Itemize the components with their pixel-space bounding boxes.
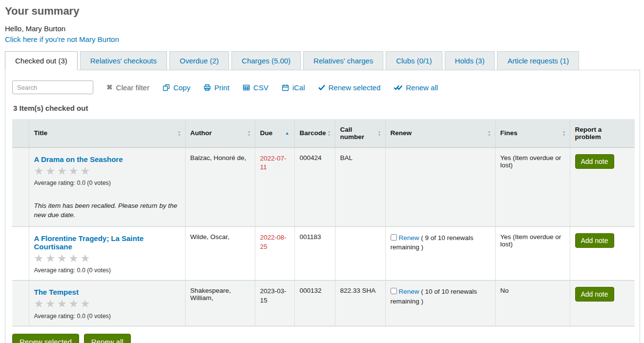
title-link[interactable]: A Florentine Tragedy; La Sainte Courtisa… — [34, 234, 180, 251]
tab-overdue[interactable]: Overdue (2) — [169, 51, 229, 70]
sort-icon: ▲▼ — [178, 129, 181, 137]
search-input[interactable] — [12, 81, 93, 94]
column-label: Fines — [500, 129, 518, 137]
renew-selected-label: Renew selected — [329, 83, 381, 92]
column-label: Report a problem — [575, 126, 602, 141]
column-header-title[interactable]: Title ▲▼ — [29, 119, 185, 147]
column-header-checkbox — [12, 119, 29, 147]
table-toolbar: ✖ Clear filter Copy — [12, 81, 633, 94]
sort-icon: ▲▼ — [248, 129, 251, 137]
title-cell: A Drama on the Seashore ★★★★★ Average ra… — [29, 147, 185, 226]
add-note-button[interactable]: Add note — [575, 233, 614, 248]
report-problem-cell: Add note — [570, 226, 635, 280]
title-link[interactable]: A Drama on the Seashore — [34, 155, 123, 163]
tab-relatives-checkouts[interactable]: Relatives' checkouts — [80, 51, 167, 70]
checkbox-cell — [12, 147, 29, 226]
renew-checkbox[interactable] — [391, 234, 397, 241]
due-date: 2023-03-15 — [260, 287, 287, 304]
due-cell: 2023-03-15 — [255, 281, 294, 326]
column-header-renew[interactable]: Renew ▲▼ — [385, 119, 495, 147]
due-cell: 2022-08-25 — [255, 226, 294, 280]
call-number-cell: BAL — [335, 147, 385, 226]
checked-out-panel: ✖ Clear filter Copy — [5, 70, 640, 343]
items-checked-out-heading: 3 Item(s) checked out — [13, 104, 633, 112]
barcode-cell: 001183 — [294, 226, 335, 280]
renew-cell: Renew ( 9 of 10 renewals remaining ) — [385, 226, 495, 280]
author-cell: Shakespeare, William, — [185, 281, 255, 326]
average-rating-text: Average rating: 0.0 (0 votes) — [34, 180, 180, 186]
average-rating-text: Average rating: 0.0 (0 votes) — [34, 313, 180, 320]
double-check-icon — [394, 84, 402, 90]
due-date: 2022-08-25 — [260, 234, 287, 250]
sort-icon: ▲▼ — [378, 129, 381, 137]
csv-table-icon — [243, 84, 250, 91]
summary-page: Your summary Hello, Mary Burton Click he… — [0, 0, 644, 343]
not-you-link[interactable]: Click here if you're not Mary Burton — [5, 35, 119, 43]
author-cell: Wilde, Oscar, — [185, 226, 255, 280]
column-header-barcode[interactable]: Barcode ▲▼ — [294, 119, 335, 147]
renew-link[interactable]: Renew — [399, 288, 419, 295]
column-header-report-problem: Report a problem — [570, 119, 635, 147]
renew-checkbox[interactable] — [391, 288, 397, 294]
tab-article-requests[interactable]: Article requests (1) — [497, 51, 579, 70]
column-label: Author — [190, 129, 212, 137]
column-header-author[interactable]: Author ▲▼ — [185, 119, 255, 147]
column-header-call-number[interactable]: Call number ▲▼ — [335, 119, 385, 147]
print-icon — [204, 84, 211, 91]
fines-cell: Yes (Item overdue or lost) — [495, 147, 570, 226]
star-rating-icons[interactable]: ★★★★★ — [34, 252, 180, 264]
check-icon — [318, 84, 325, 90]
print-label: Print — [214, 83, 229, 92]
call-number-cell: 822.33 SHA — [335, 281, 385, 326]
column-header-fines[interactable]: Fines ▲▼ — [495, 119, 570, 147]
title-cell: The Tempest ★★★★★ Average rating: 0.0 (0… — [29, 281, 185, 326]
renew-link[interactable]: Renew — [399, 234, 419, 242]
report-problem-cell: Add note — [570, 281, 635, 326]
copy-button[interactable]: Copy — [163, 83, 190, 92]
tab-charges[interactable]: Charges (5.00) — [231, 51, 301, 70]
average-rating-text: Average rating: 0.0 (0 votes) — [34, 267, 180, 274]
csv-button[interactable]: CSV — [243, 83, 269, 92]
title-cell: A Florentine Tragedy; La Sainte Courtisa… — [29, 226, 185, 280]
tab-clubs[interactable]: Clubs (0/1) — [386, 51, 442, 70]
column-label: Call number — [340, 126, 365, 141]
print-button[interactable]: Print — [204, 83, 229, 92]
star-rating-icons[interactable]: ★★★★★ — [34, 165, 180, 177]
fines-cell: No — [495, 281, 570, 326]
table-row: The Tempest ★★★★★ Average rating: 0.0 (0… — [12, 281, 635, 326]
tab-checked-out[interactable]: Checked out (3) — [5, 51, 78, 70]
tab-holds[interactable]: Holds (3) — [445, 51, 495, 70]
add-note-button[interactable]: Add note — [575, 287, 614, 302]
add-note-button[interactable]: Add note — [575, 154, 614, 169]
ical-label: iCal — [292, 83, 305, 92]
renew-all-link[interactable]: Renew all — [394, 83, 438, 92]
header-row: Title ▲▼ Author ▲▼ Due ▲ Barcode ▲▼ — [12, 119, 635, 147]
renew-cell: Renew ( 10 of 10 renewals remaining ) — [385, 281, 495, 326]
tab-relatives-charges[interactable]: Relatives' charges — [303, 51, 383, 70]
author-cell: Balzac, Honoré de, — [185, 147, 255, 226]
title-link[interactable]: The Tempest — [34, 288, 79, 296]
sort-asc-icon: ▲ — [285, 131, 290, 136]
greeting-text: Hello, Mary Burton — [5, 24, 640, 33]
clear-filter-icon: ✖ — [106, 83, 113, 92]
renew-selected-button[interactable]: Renew selected — [12, 334, 79, 343]
table-row: A Florentine Tragedy; La Sainte Courtisa… — [12, 226, 635, 280]
csv-label: CSV — [253, 83, 269, 92]
clear-filter-button[interactable]: ✖ Clear filter — [106, 83, 149, 92]
due-cell: 2022-07-11 — [255, 147, 294, 226]
checkouts-table: Title ▲▼ Author ▲▼ Due ▲ Barcode ▲▼ — [12, 119, 635, 326]
barcode-cell: 000132 — [294, 281, 335, 326]
renew-all-button[interactable]: Renew all — [84, 334, 131, 343]
ical-button[interactable]: iCal — [282, 83, 305, 92]
barcode-cell: 000424 — [294, 147, 335, 226]
star-rating-icons[interactable]: ★★★★★ — [34, 298, 180, 310]
column-label: Renew — [391, 129, 412, 137]
calendar-icon — [282, 84, 289, 91]
summary-tabs: Checked out (3) Relatives' checkouts Ove… — [5, 51, 640, 70]
column-header-due[interactable]: Due ▲ — [255, 119, 294, 147]
sort-icon: ▲▼ — [488, 129, 491, 137]
checkbox-cell — [12, 226, 29, 280]
renew-selected-link[interactable]: Renew selected — [318, 83, 381, 92]
due-date: 2022-07-11 — [260, 155, 287, 171]
table-row: A Drama on the Seashore ★★★★★ Average ra… — [12, 147, 635, 226]
